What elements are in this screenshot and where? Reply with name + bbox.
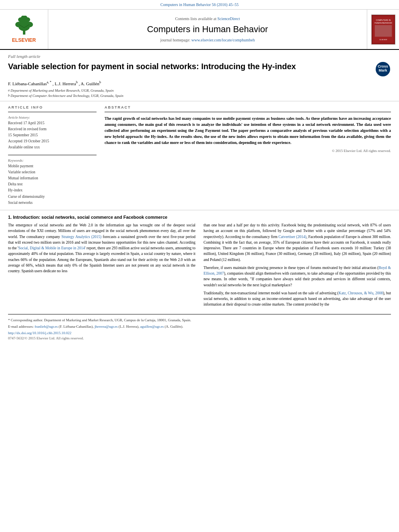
- affiliation-a: a Department of Marketing and Market Res…: [8, 88, 391, 94]
- article-type-label: Full length article: [8, 54, 391, 59]
- article-main-title: Variable selection for payment in social…: [8, 61, 371, 72]
- author3-name: , A. Guillén: [79, 81, 99, 86]
- journal-homepage-line: journal homepage: www.elsevier.com/locat…: [160, 38, 255, 42]
- available-online: Available online xxx: [8, 144, 97, 150]
- crossmark-badge: Cross Mark: [375, 61, 391, 77]
- author2-sup: b: [76, 80, 78, 84]
- catvertiser-link[interactable]: Catvertiser (2014): [278, 235, 306, 239]
- svg-text:Cross: Cross: [378, 64, 388, 68]
- body-left-column: The emergence of social networks and the…: [8, 222, 195, 310]
- elsevier-brand-label: ELSEVIER: [12, 37, 36, 43]
- footer-section: * Corresponding author. Department of Ma…: [8, 314, 391, 343]
- boyd-ellison-link[interactable]: Boyd & Ellison, 2007: [204, 266, 391, 275]
- author2-name: , L.J. Herrera: [53, 81, 76, 86]
- email3-link[interactable]: aguillen@ugr.es: [140, 325, 164, 329]
- affiliations-block: a Department of Marketing and Market Res…: [8, 88, 391, 99]
- article-info-abstract-section: ARTICLE INFO Article history: Received 1…: [0, 101, 399, 210]
- received-revised-label: Received in revised form: [8, 126, 97, 132]
- cover-svg: COMPUTERS IN HUMAN BEHAVIOR ELSEVIER: [372, 14, 395, 45]
- abstract-copyright: © 2015 Elsevier Ltd. All rights reserved…: [105, 149, 391, 153]
- keyword-1: Mobile payment: [8, 163, 97, 169]
- info-divider: [8, 112, 97, 112]
- keywords-label: Keywords:: [8, 158, 97, 162]
- keywords-divider: [8, 155, 97, 155]
- title-row: Variable selection for payment in social…: [8, 61, 391, 77]
- strategy-analytics-link[interactable]: Strategy Analytics (2015): [62, 235, 102, 239]
- body-right-para1: than one hour and a half per day to this…: [204, 222, 391, 263]
- footnote-email: E-mail addresses: franlieb@ugr.es (F. Li…: [8, 324, 391, 330]
- body-left-para1: The emergence of social networks and the…: [8, 222, 195, 274]
- history-block: Article history: Received 17 April 2015 …: [8, 115, 97, 151]
- sciencedirect-link[interactable]: ScienceDirect: [217, 16, 240, 21]
- received-date: Received 17 April 2015: [8, 120, 97, 126]
- katz-link[interactable]: Katz, Chrousos, & Wu, 2008: [339, 291, 383, 295]
- journal-cover-image: COMPUTERS IN HUMAN BEHAVIOR ELSEVIER: [371, 14, 395, 45]
- article-info-column: ARTICLE INFO Article history: Received 1…: [8, 105, 97, 206]
- keyword-2: Variable selection: [8, 169, 97, 175]
- svg-text:HUMAN BEHAVIOR: HUMAN BEHAVIOR: [374, 22, 392, 24]
- body-content-section: 1. Introduction: social networks, social…: [0, 210, 399, 314]
- journal-header: ELSEVIER Contents lists available at Sci…: [0, 10, 399, 50]
- keyword-7: Social networks: [8, 200, 97, 206]
- keywords-block: Keywords: Mobile payment Variable select…: [8, 158, 97, 206]
- svg-text:ELSEVIER: ELSEVIER: [379, 39, 387, 41]
- abstract-text: The rapid growth of social networks has …: [105, 115, 391, 146]
- svg-rect-14: [374, 25, 392, 37]
- footer-copyright: 0747-5632/© 2015 Elsevier Ltd. All right…: [8, 336, 391, 340]
- footnote-star: * Corresponding author. Department of Ma…: [8, 318, 391, 323]
- keyword-6: Curse of dimensionality: [8, 194, 97, 200]
- doi-line: http://dx.doi.org/10.1016/j.chb.2015.10.…: [8, 331, 391, 335]
- article-info-label: ARTICLE INFO: [8, 105, 97, 109]
- email2-link[interactable]: jherrera@ugr.es: [95, 325, 118, 329]
- history-title: Article history:: [8, 115, 97, 119]
- doi-link[interactable]: http://dx.doi.org/10.1016/j.chb.2015.10.…: [8, 331, 72, 335]
- body-right-para2: Therefore, if users maintain their growi…: [204, 265, 391, 288]
- abstract-divider: [105, 112, 391, 112]
- section1-heading: 1. Introduction: social networks, social…: [8, 214, 391, 220]
- author3-sup: b: [99, 80, 101, 84]
- article-title-section: Full length article Variable selection f…: [0, 50, 399, 101]
- journal-citation: Computers in Human Behavior 56 (2016) 45…: [160, 2, 239, 7]
- top-bar: Computers in Human Behavior 56 (2016) 45…: [0, 0, 399, 10]
- journal-center-info: Contents lists available at ScienceDirec…: [48, 10, 367, 49]
- journal-homepage-link[interactable]: www.elsevier.com/locate/comphumbeh: [191, 38, 255, 42]
- abstract-column: ABSTRACT The rapid growth of social netw…: [105, 105, 391, 206]
- body-right-column: than one hour and a half per day to this…: [204, 222, 391, 310]
- keyword-5: Hy-index: [8, 187, 97, 193]
- author1-sup: a, *: [47, 80, 51, 84]
- journal-cover-area: COMPUTERS IN HUMAN BEHAVIOR ELSEVIER: [367, 10, 399, 49]
- journal-title: Computers in Human Behavior: [147, 24, 268, 35]
- info-abstract-columns: ARTICLE INFO Article history: Received 1…: [8, 105, 391, 206]
- affiliation-b: b Department of Computer Architecture an…: [8, 93, 391, 99]
- authors-line: F. Liébana-Cabanillasa, * , L.J. Herrera…: [8, 80, 391, 86]
- received-revised-date: 15 September 2015: [8, 132, 97, 138]
- accepted-date: Accepted 19 October 2015: [8, 138, 97, 144]
- svg-text:Mark: Mark: [378, 68, 387, 72]
- keyword-4: Delta test: [8, 181, 97, 187]
- keyword-3: Mutual information: [8, 175, 97, 181]
- abstract-label: ABSTRACT: [105, 105, 391, 109]
- svg-text:COMPUTERS IN: COMPUTERS IN: [376, 19, 391, 21]
- social-digital-report-link[interactable]: Social, Digital & Mobile in Europe in 20…: [19, 246, 85, 250]
- publisher-logo-area: ELSEVIER: [0, 10, 48, 49]
- email1-link[interactable]: franlieb@ugr.es: [35, 325, 58, 329]
- elsevier-tree-icon: [10, 16, 38, 36]
- author1-name: F. Liébana-Cabanillas: [8, 81, 47, 86]
- contents-line: Contents lists available at ScienceDirec…: [175, 16, 240, 21]
- body-right-para3: Traditionally, the non-transactional int…: [204, 290, 391, 308]
- body-columns: The emergence of social networks and the…: [8, 222, 391, 310]
